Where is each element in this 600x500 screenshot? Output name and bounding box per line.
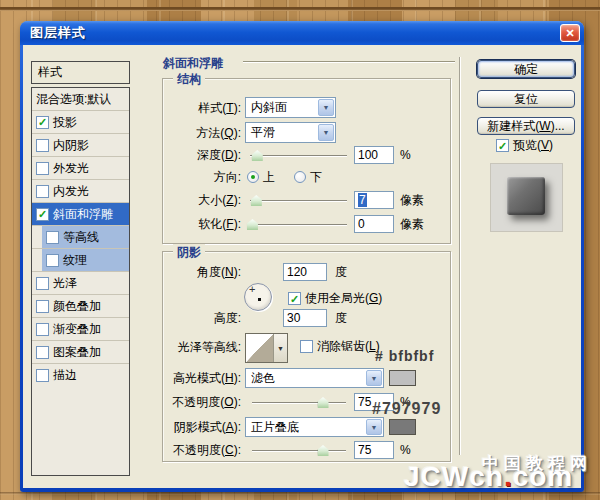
highlight-mode-value: 滤色 [246, 370, 365, 387]
checkbox[interactable] [36, 139, 49, 152]
shadow-opacity-thumb[interactable] [318, 445, 329, 456]
checkbox[interactable] [46, 254, 59, 267]
gloss-contour-picker[interactable]: ▼ [245, 333, 288, 363]
depth-slider-thumb[interactable] [252, 150, 263, 161]
checkbox[interactable] [46, 231, 59, 244]
preview-checkbox[interactable]: ✓ [496, 139, 509, 152]
close-button[interactable]: ✕ [560, 24, 580, 42]
sidebar-item-color-overlay[interactable]: 颜色叠加 [32, 295, 129, 318]
sidebar-item-bevel-emboss[interactable]: ✓ 斜面和浮雕 [32, 203, 129, 226]
ok-button[interactable]: 确定 [477, 60, 575, 78]
sidebar-item-stroke[interactable]: 描边 [32, 364, 129, 387]
layer-style-dialog: 图层样式 ✕ 样式 混合选项:默认 ✓ 投影 内阴影 外发光 [20, 21, 584, 492]
checkbox[interactable] [36, 162, 49, 175]
global-light-checkbox[interactable]: ✓ [288, 292, 301, 305]
shading-legend: 阴影 [173, 244, 205, 261]
gloss-contour-label: 光泽等高线: [163, 339, 241, 355]
style-label: 样式(T): [163, 100, 241, 116]
depth-input[interactable]: 100 [354, 146, 394, 164]
highlight-opacity-label: 不透明度(O): [163, 394, 241, 410]
shadow-opacity-input[interactable]: 75 [354, 441, 394, 459]
checkbox[interactable] [36, 369, 49, 382]
vertical-divider [459, 57, 460, 455]
contour-thumbnail [246, 334, 274, 362]
technique-select[interactable]: 平滑 ▼ [245, 122, 336, 143]
chevron-down-icon: ▼ [366, 419, 382, 435]
sidebar-item-contour[interactable]: 等高线 [32, 226, 129, 249]
size-label: 大小(Z): [163, 192, 241, 208]
size-input[interactable]: 7 [354, 191, 394, 209]
angle-label: 角度(N): [163, 264, 241, 280]
style-select-value: 内斜面 [246, 99, 317, 116]
shadow-opacity-slider[interactable] [252, 445, 346, 456]
preview-bevel-square [507, 177, 545, 215]
structure-legend: 结构 [173, 71, 205, 88]
shadow-mode-select[interactable]: 正片叠底 ▼ [245, 417, 384, 437]
shadow-color-swatch[interactable] [389, 419, 416, 435]
annotation-shadow-hex: #797979 [372, 400, 441, 418]
styles-header-label: 样式 [38, 64, 62, 81]
reset-button[interactable]: 复位 [477, 90, 575, 108]
size-slider[interactable] [250, 195, 347, 206]
new-style-button[interactable]: 新建样式(W)... [477, 117, 575, 135]
sidebar-item-pattern-overlay[interactable]: 图案叠加 [32, 341, 129, 364]
depth-slider[interactable] [250, 150, 347, 161]
altitude-label: 高度: [163, 310, 241, 326]
titlebar[interactable]: 图层样式 ✕ [20, 21, 584, 45]
checkbox[interactable] [36, 185, 49, 198]
watermark-red-dot: . [504, 461, 513, 492]
angle-input[interactable]: 120 [283, 263, 327, 281]
chevron-down-icon: ▼ [318, 99, 334, 116]
chevron-down-icon[interactable]: ▼ [274, 334, 287, 362]
check-icon: ✓ [290, 294, 299, 304]
checkbox[interactable] [36, 277, 49, 290]
shadow-mode-value: 正片叠底 [246, 419, 365, 436]
shadow-mode-label: 阴影模式(A): [163, 419, 241, 435]
check-icon: ✓ [498, 141, 507, 151]
check-icon: ✓ [38, 117, 47, 127]
highlight-mode-select[interactable]: 滤色 ▼ [245, 368, 384, 388]
sidebar-item-inner-glow[interactable]: 内发光 [32, 180, 129, 203]
highlight-opacity-thumb[interactable] [318, 397, 329, 408]
size-slider-thumb[interactable] [251, 195, 262, 206]
depth-label: 深度(D): [163, 147, 241, 163]
highlight-mode-label: 高光模式(H): [163, 370, 241, 386]
angle-unit: 度 [335, 264, 347, 280]
dial-center-dot [258, 298, 261, 301]
altitude-input[interactable]: 30 [283, 309, 327, 327]
highlight-opacity-slider[interactable] [252, 397, 346, 408]
direction-up-radio[interactable] [247, 171, 259, 183]
checkbox[interactable]: ✓ [36, 116, 49, 129]
divider [243, 61, 455, 63]
sidebar-item-texture[interactable]: 纹理 [32, 249, 129, 272]
page-title: 斜面和浮雕 [163, 55, 223, 72]
checkbox[interactable] [36, 346, 49, 359]
sidebar-item-inner-shadow[interactable]: 内阴影 [32, 134, 129, 157]
checkbox[interactable] [36, 323, 49, 336]
watermark-url: JCWcn.com [404, 461, 573, 493]
angle-dial[interactable]: + [244, 283, 272, 311]
sidebar-item-gradient-overlay[interactable]: 渐变叠加 [32, 318, 129, 341]
annotation-highlight-hex: # bfbfbf [375, 348, 434, 364]
sidebar-item-outer-glow[interactable]: 外发光 [32, 157, 129, 180]
sidebar-item-blending-options[interactable]: 混合选项:默认 [32, 88, 129, 111]
soften-input[interactable]: 0 [354, 215, 394, 233]
checkbox[interactable] [36, 300, 49, 313]
checkbox[interactable]: ✓ [36, 208, 49, 221]
chevron-down-icon: ▼ [318, 124, 334, 141]
size-unit: 像素 [400, 192, 424, 208]
direction-down-radio[interactable] [294, 171, 306, 183]
preview-label: 预览(V) [513, 138, 553, 152]
sidebar-item-satin[interactable]: 光泽 [32, 272, 129, 295]
wood-seam [0, 7, 600, 11]
style-select[interactable]: 内斜面 ▼ [245, 97, 336, 118]
antialias-checkbox[interactable] [300, 340, 313, 353]
window-title: 图层样式 [20, 24, 86, 42]
shadow-opacity-unit: % [400, 442, 411, 458]
direction-down-label: 下 [310, 169, 322, 185]
close-icon: ✕ [565, 27, 574, 40]
soften-slider[interactable] [250, 219, 347, 230]
highlight-color-swatch[interactable] [389, 370, 416, 386]
sidebar-item-drop-shadow[interactable]: ✓ 投影 [32, 111, 129, 134]
soften-unit: 像素 [400, 216, 424, 232]
